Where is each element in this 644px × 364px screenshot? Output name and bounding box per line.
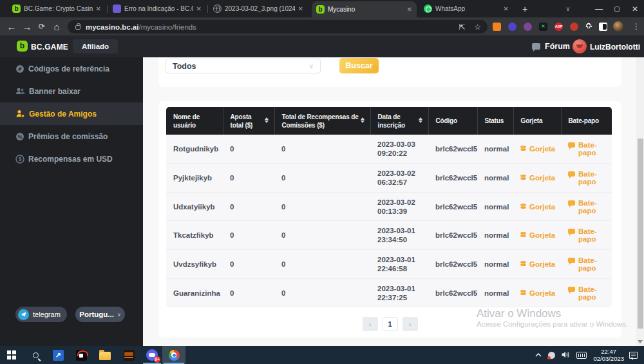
keyboard-icon[interactable] xyxy=(576,352,587,359)
tip-button[interactable]: Gorjeta xyxy=(513,135,561,164)
browser-menu-icon[interactable]: ⋮ xyxy=(629,17,644,35)
start-button[interactable] xyxy=(0,346,23,364)
tip-button[interactable]: Gorjeta xyxy=(513,164,561,193)
tab-close-icon[interactable]: ✕ xyxy=(96,5,101,12)
next-page-button[interactable]: › xyxy=(402,317,418,331)
chat-button[interactable]: Bate-papo xyxy=(561,164,612,193)
sidebar-item-friends-management[interactable]: Gestão de Amigos xyxy=(0,102,143,125)
minimize-button[interactable]: — xyxy=(592,0,605,17)
chat-button[interactable]: Bate-papo xyxy=(561,221,612,250)
split-square-extension-icon[interactable] xyxy=(599,23,607,31)
tip-button[interactable]: Gorjeta xyxy=(513,221,561,250)
telegram-button[interactable]: telegram xyxy=(15,307,67,322)
tab-close-icon[interactable]: ✕ xyxy=(196,5,202,12)
taskbar-app-icon[interactable] xyxy=(117,346,140,364)
phantom-extension-icon[interactable] xyxy=(508,23,516,31)
green-x-extension-icon[interactable]: ✕ xyxy=(539,23,547,31)
tray-expand-icon[interactable] xyxy=(535,352,542,358)
chat-button[interactable]: Bate-papo xyxy=(561,135,612,164)
tab-search-icon[interactable]: ∨ xyxy=(562,0,574,17)
sort-icon[interactable] xyxy=(361,117,365,123)
scrollbar-thumb[interactable] xyxy=(638,139,643,329)
col-total-commission[interactable]: Total de Recompensas de Comissões ($) xyxy=(274,107,370,135)
language-label: Portugu... xyxy=(79,311,114,318)
tip-button[interactable]: Gorjeta xyxy=(513,192,561,221)
new-tab-button[interactable]: + xyxy=(519,0,531,17)
cell-username: Pyjktejikyb xyxy=(166,164,223,193)
tray-record-icon[interactable] xyxy=(548,352,555,359)
user-avatar[interactable] xyxy=(573,39,587,53)
taskbar-discord-icon[interactable]: 9+ xyxy=(140,346,164,364)
sidebar-item-usd-rewards[interactable]: $ Recompensas em USD xyxy=(0,148,143,170)
windows-activation-subtext: Acesse Configurações para ativar o Windo… xyxy=(477,320,628,328)
search-button[interactable]: Buscar xyxy=(339,58,379,73)
chevron-down-icon: ∨ xyxy=(117,312,121,318)
prev-page-button[interactable]: ‹ xyxy=(363,317,378,331)
taskbar-anydesk-icon[interactable]: ↗ xyxy=(46,346,70,364)
forum-link[interactable]: Fórum xyxy=(532,42,570,51)
notification-center-icon[interactable] xyxy=(629,352,638,359)
taskbar-search-icon[interactable] xyxy=(24,346,47,364)
abp-extension-icon[interactable]: ABP xyxy=(554,23,563,31)
metamask-extension-icon[interactable] xyxy=(493,23,501,31)
taskbar-file-explorer-icon[interactable] xyxy=(93,346,117,364)
bookmark-star-icon[interactable]: ☆ xyxy=(474,23,481,32)
bcgame-logo[interactable]: b xyxy=(17,41,28,52)
tab-whatsapp[interactable]: WhatsApp ✕ xyxy=(419,0,513,17)
purple-extension-icon[interactable] xyxy=(524,23,532,31)
cell-total-bet: 0 xyxy=(223,278,274,307)
tab-title: 2023-03-02_3.png (1024×76 xyxy=(225,5,295,12)
tab-mycasino-active[interactable]: b Mycasino ✕ xyxy=(312,1,417,17)
chat-button[interactable]: Bate-papo xyxy=(561,250,612,279)
close-button[interactable]: ✕ xyxy=(629,0,641,17)
filter-select[interactable]: Todos ∨ xyxy=(166,59,321,73)
taskbar-clock[interactable]: 22:4702/03/2023 xyxy=(593,348,624,362)
page-scrollbar[interactable] xyxy=(636,57,644,346)
tip-button[interactable]: Gorjeta xyxy=(513,250,561,279)
page-url[interactable]: mycasino.bc.ai/mycasino/friends xyxy=(86,23,196,31)
coin-icon xyxy=(520,146,527,152)
address-bar[interactable]: mycasino.bc.ai/mycasino/friends ⇱ ☆ xyxy=(68,20,488,34)
red-extension-icon[interactable] xyxy=(570,23,578,31)
cell-username: Tkcatzfikyb xyxy=(166,221,223,250)
extensions-puzzle-icon[interactable] xyxy=(584,23,592,31)
taskbar-chrome-icon[interactable] xyxy=(162,346,185,364)
bcgame-favicon: b xyxy=(316,5,325,14)
sidebar-item-banner-download[interactable]: Banner baixar xyxy=(0,80,143,102)
col-tip: Gorjeta xyxy=(513,107,561,135)
volume-icon[interactable] xyxy=(562,349,570,361)
tab-close-icon[interactable]: ✕ xyxy=(407,6,412,13)
sort-icon[interactable] xyxy=(265,117,269,123)
sidebar-item-label: Recompensas em USD xyxy=(28,155,113,164)
tip-button[interactable]: Gorjeta xyxy=(513,278,561,307)
scrollbar-down-arrow[interactable] xyxy=(638,340,643,343)
col-signup-date[interactable]: Data de inscrição xyxy=(370,107,428,135)
tab-bcgame-casino[interactable]: b BC.Game: Crypto Casino Gam ✕ xyxy=(8,0,106,17)
tab-png-image[interactable]: 2023-03-02_3.png (1024×76 ✕ xyxy=(209,0,308,17)
page-number-button[interactable]: 1 xyxy=(383,317,398,331)
cell-code: brlc62wccl5 xyxy=(428,278,477,307)
tab-erro-indicacao[interactable]: Erro na Indicação - BC.Game ✕ xyxy=(108,0,206,17)
profile-avatar-icon[interactable] xyxy=(613,21,623,32)
sidebar-item-referral-codes[interactable]: Códigos de referência xyxy=(0,57,143,80)
sort-icon[interactable] xyxy=(419,117,422,123)
maximize-button[interactable]: ▢ xyxy=(611,0,623,17)
taskbar-game-app-icon[interactable] xyxy=(70,346,93,364)
chat-button[interactable]: Bate-papo xyxy=(561,192,612,221)
brand-name[interactable]: BC.GAME xyxy=(31,43,68,52)
chat-button[interactable]: Bate-papo xyxy=(561,278,612,307)
language-selector[interactable]: Portugu... ∨ xyxy=(75,307,125,322)
sidebar-item-commission-prizes[interactable]: % Prêmios de comissão xyxy=(0,125,143,148)
col-total-bet[interactable]: Aposta total ($) xyxy=(223,107,274,135)
chevron-down-icon: ∨ xyxy=(309,62,314,70)
reload-icon[interactable]: ⟳ xyxy=(34,17,50,35)
username-label[interactable]: LuizBortolotti xyxy=(590,43,640,52)
home-icon[interactable]: ⌂ xyxy=(49,17,64,35)
tab-close-icon[interactable]: ✕ xyxy=(298,5,303,12)
tab-close-icon[interactable]: ✕ xyxy=(504,5,509,12)
share-icon[interactable]: ⇱ xyxy=(459,23,465,32)
cell-username: Guaranizinha xyxy=(166,278,223,307)
affiliate-tab[interactable]: Afiliado xyxy=(73,39,118,53)
back-icon[interactable]: ← xyxy=(4,17,19,35)
forward-icon[interactable]: → xyxy=(19,17,35,35)
